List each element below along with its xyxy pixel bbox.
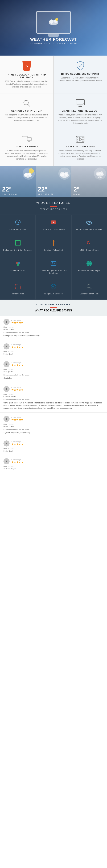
icon-cell-customsearch: Custom Search Text xyxy=(72,279,107,300)
feature-background: 3 BACKGROUND TYPES Select whether a vide… xyxy=(53,130,107,166)
wc2-city: NEW YORK, US xyxy=(38,193,69,195)
review-1-time: 2 months ago xyxy=(11,319,104,321)
celsius-label: Celsius / Fahrenheit xyxy=(38,249,69,251)
svg-rect-19 xyxy=(77,141,78,142)
feature-responsive-desc: Weather displays can fully responsive an… xyxy=(58,114,103,125)
cache-label: Cache For 1 Hour xyxy=(3,228,33,231)
review-2-stars: ★★★★★ xyxy=(11,346,23,349)
hero-monitor-icon xyxy=(36,11,71,34)
icon-feature-grid: Cache For 1 Hour Youtube & HTML5 Videos … xyxy=(0,215,107,300)
svg-rect-20 xyxy=(82,137,84,138)
svg-rect-10 xyxy=(22,136,28,140)
forecasts-icon xyxy=(74,219,104,226)
review-item-5: 1 6 months ago ★★★★★ Main reason: Design… xyxy=(0,413,107,437)
review-1-buyer-label: Extra comments from the buyer: xyxy=(3,332,104,333)
youtube-icon xyxy=(38,219,69,226)
feature-responsive: SMART RESPONSIVE LAYOUT Weather displays… xyxy=(53,94,107,130)
icon-cell-colors: Unlimited Colors xyxy=(0,256,35,279)
svg-point-32 xyxy=(96,172,100,175)
divider-line-1 xyxy=(50,206,57,207)
svg-point-45 xyxy=(53,244,54,246)
review-1-stars: ★★★★★ xyxy=(11,321,23,324)
review-1-main-label: Main reason: xyxy=(3,326,104,328)
review-2-avatar: 1 xyxy=(3,343,9,349)
icon-cell-cache: Cache For 1 Hour xyxy=(0,215,35,235)
svg-text:W: W xyxy=(52,285,55,288)
review-4-avatar: 1 xyxy=(3,386,9,392)
languages-label: Supports 49 Languages xyxy=(74,270,104,272)
feature-search-desc: Add an optional search function to allow… xyxy=(4,114,49,122)
hero-title: WEATHER FORECAST xyxy=(30,37,77,42)
hero-section: WEATHER FORECAST RESPONSIVE WORDPRESS PL… xyxy=(0,0,107,56)
reviews-title: CUSTOMER REVIEWS xyxy=(3,303,104,306)
weather-demo-strip: 22° NEW YORK, US 22° NEW YORK, US 2° RK xyxy=(0,166,107,197)
shield-icon xyxy=(76,61,84,70)
svg-rect-9 xyxy=(77,103,83,104)
icon-cell-border: Border Styles xyxy=(0,279,35,300)
review-5-time: 6 months ago xyxy=(11,416,104,418)
review-7-info: 9 months ago ★★★★★ xyxy=(11,459,104,464)
html5-icon xyxy=(22,61,31,71)
svg-point-35 xyxy=(100,177,101,178)
review-7-time: 9 months ago xyxy=(11,459,104,461)
review-4-main-label: Main reason: xyxy=(3,393,104,395)
feature-search-title: SEARCH BY CITY OR ZIP xyxy=(4,110,49,112)
svg-rect-6 xyxy=(76,99,84,105)
svg-rect-51 xyxy=(51,261,56,266)
review-6-time: 7 months ago xyxy=(11,441,104,443)
section1-subtitle: EVERYTHING YOU NEED xyxy=(3,208,104,210)
weather-card-1: 22° NEW YORK, US xyxy=(0,166,35,197)
custom-images-icon xyxy=(38,260,69,268)
svg-text:°: ° xyxy=(54,241,55,243)
icon-cell-languages: Supports 49 Languages xyxy=(72,256,107,279)
review-5-buyer-label: Extra comments from the buyer: xyxy=(3,429,104,430)
review-3-main-label: Main reason: xyxy=(3,369,104,370)
feature-display-desc: Choose a full screen format in a simple … xyxy=(4,149,49,160)
review-5-info: 6 months ago ★★★★★ xyxy=(11,416,104,421)
review-4-time: 6 months ago xyxy=(11,386,104,388)
svg-text:G: G xyxy=(87,241,90,245)
review-6-stars: ★★★★★ xyxy=(11,443,23,446)
review-3-time: 3 months ago xyxy=(11,362,104,364)
icon-cell-youtube: Youtube & HTML5 Videos xyxy=(35,215,71,235)
review-3-stars: ★★★★★ xyxy=(11,364,23,367)
fullscreen-label: Fullscreen 5 or 7 Day Forecast xyxy=(3,249,33,251)
icon-cell-celsius: ° Celsius / Fahrenheit xyxy=(35,235,71,256)
review-3-avatar: 1 xyxy=(3,361,9,367)
colors-icon xyxy=(3,260,33,268)
review-7-main-label: Main reason: xyxy=(3,466,104,467)
hero-subtitle: RESPONSIVE WORDPRESS PLUGIN xyxy=(30,42,77,44)
wc2-temp: 22° xyxy=(38,186,69,192)
svg-point-1 xyxy=(49,20,53,24)
review-1-main-value: Design Quality xyxy=(3,329,104,330)
film-icon xyxy=(76,135,85,143)
review-6-main-label: Main reason: xyxy=(3,448,104,450)
widget-label: Widget & Shortcode xyxy=(38,293,69,295)
feature-display-title: 2 DISPLAY MODES xyxy=(4,145,49,148)
fullscreen-icon xyxy=(3,240,33,247)
svg-point-30 xyxy=(64,172,68,176)
thermometer-icon: ° xyxy=(38,240,69,247)
svg-rect-18 xyxy=(77,139,78,141)
weather-card-3-image xyxy=(94,167,106,180)
wc1-city: NEW YORK, US xyxy=(2,193,33,195)
monitor-icon xyxy=(76,99,85,107)
youtube-label: Youtube & HTML5 Videos xyxy=(38,228,69,231)
feature-background-desc: Select whether a video or background by … xyxy=(58,149,103,160)
reviews-divider xyxy=(50,307,57,308)
weather-card-1-image xyxy=(23,167,35,180)
svg-line-5 xyxy=(28,104,30,107)
svg-rect-58 xyxy=(16,284,20,289)
svg-point-50 xyxy=(17,264,19,266)
border-label: Border Styles xyxy=(3,293,33,295)
review-2-time: 2 months ago xyxy=(11,344,104,346)
svg-point-26 xyxy=(24,173,28,176)
review-2-main-label: Main reason: xyxy=(3,351,104,352)
feature-html5-title: HTML5 GEOLOCATION WITH IP FALLBACK xyxy=(4,73,49,79)
icon-cell-fullscreen: Fullscreen 5 or 7 Day Forecast xyxy=(0,235,35,256)
review-1-info: 2 months ago ★★★★★ xyxy=(11,319,104,324)
review-7-stars: ★★★★★ xyxy=(11,461,23,464)
review-5-main-value: Design Quality xyxy=(3,426,104,427)
cache-icon xyxy=(3,219,33,226)
feature-search: SEARCH BY CITY OR ZIP Add an optional se… xyxy=(0,94,53,130)
